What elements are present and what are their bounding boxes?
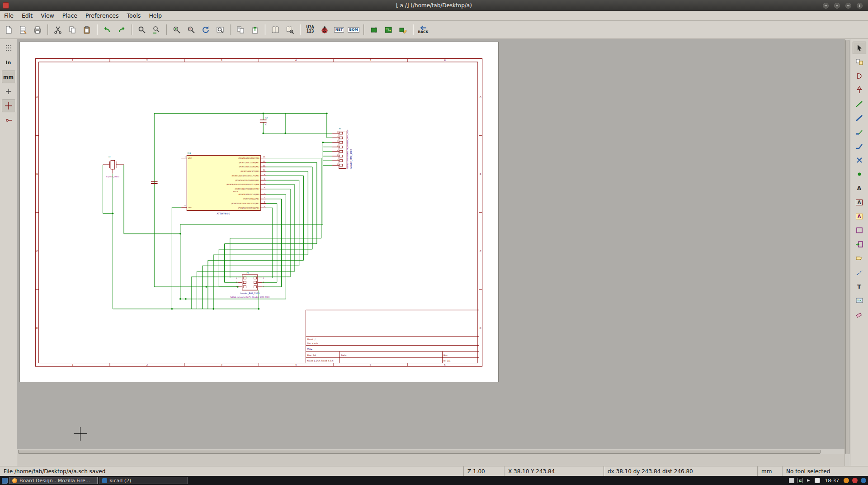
annotate-button[interactable]: U?A123 [303,23,317,37]
footprint-editor-button[interactable] [396,23,410,37]
toolbar-separator [230,24,231,35]
network-tray-icon[interactable] [797,478,803,483]
back-annotate-button[interactable]: BACK [416,23,430,37]
wire[interactable] [103,165,113,213]
place-bus-button[interactable] [853,112,866,124]
taskbar-window-firefox[interactable]: Board Design - Mozilla Fire... [9,477,98,484]
zoom-fit-button[interactable] [213,23,227,37]
cursor-tool-button[interactable] [853,42,866,54]
undo-button[interactable] [100,23,114,37]
print-button[interactable] [31,23,44,37]
wire[interactable] [262,208,273,278]
place-hierarchical-label-button[interactable]: A [853,210,866,223]
paste-button[interactable] [80,23,94,37]
place-component-button[interactable] [853,70,866,82]
menu-file[interactable]: File [0,11,18,20]
svg-text:5: 5 [264,201,265,203]
wire[interactable] [180,224,186,299]
place-wire-button[interactable] [853,98,866,110]
place-net-label-button[interactable]: A [853,182,866,195]
place-sheet-pin-button[interactable] [853,252,866,265]
zoom-out-button[interactable] [184,23,198,37]
leave-sheet-button[interactable] [248,23,262,37]
grid-toggle-button[interactable] [2,42,15,54]
wires[interactable] [103,113,332,310]
assign-footprints-button[interactable] [367,23,381,37]
zoom-in-button[interactable] [170,23,184,37]
units-inch-button[interactable]: In [2,56,15,69]
cursor-shape-button[interactable] [2,85,15,98]
volume-tray-icon[interactable] [806,478,811,483]
menu-view[interactable]: View [37,11,58,20]
menu-preferences[interactable]: Preferences [81,11,123,20]
menu-place[interactable]: Place [58,11,81,20]
bom-button[interactable]: BOM [347,23,360,37]
bus-to-bus-entry-button[interactable] [853,140,866,152]
place-power-port-button[interactable] [853,84,866,96]
minimize-button[interactable] [834,3,840,9]
capacitor-c1[interactable]: C?C [260,117,268,126]
close-button[interactable] [857,3,863,9]
find-replace-button[interactable] [150,23,163,37]
place-image-button[interactable] [853,294,866,307]
right-connector[interactable]: P?12345678fablab-components:Pin_Header_S… [332,128,353,169]
find-button[interactable] [135,23,149,37]
app-icon[interactable] [3,2,9,9]
import-sheet-pin-button[interactable] [853,238,866,251]
copy-button[interactable] [66,23,79,37]
shade-button[interactable] [823,3,829,9]
clock[interactable]: 18:37 [823,478,840,484]
kicad-icon [102,478,107,483]
svg-text:(PCINT9/XTAL2)PB1: (PCINT9/XTAL2)PB1 [243,198,259,200]
wire[interactable] [262,199,282,287]
updates-tray-icon[interactable] [844,478,849,483]
vertical-scrollbar-thumb[interactable] [845,40,849,454]
place-graphic-line-button[interactable] [853,266,866,279]
ic-attiny44[interactable]: IC2ATTINY44-SSO141VCC14GND13(PCINT0/ADC0… [181,152,266,215]
hierarchy-navigator-button[interactable] [234,23,247,37]
library-browser-button[interactable] [283,23,297,37]
library-editor-button[interactable] [269,23,282,37]
wire[interactable] [172,207,181,309]
bluetooth-tray-icon[interactable] [861,478,866,483]
horizontal-scrollbar[interactable] [17,449,844,454]
netlist-button[interactable]: NET [332,23,346,37]
schematic-sheet[interactable]: 112233445566AABBCCDDIC2ATTINY44-SSO141VC… [19,42,499,382]
place-junction-button[interactable] [853,168,866,181]
crystal[interactable]: Y?Crystal_GND2 [103,156,123,178]
taskbar-window-kicad[interactable]: kicad (2) [99,477,188,484]
units-mm-button[interactable]: mm [2,71,15,83]
run-pcbnew-button[interactable] [382,23,395,37]
zoom-redraw-button[interactable] [199,23,212,37]
schematic-canvas[interactable]: 112233445566AABBCCDDIC2ATTINY44-SSO141VC… [20,42,498,382]
page-settings-button[interactable] [16,23,30,37]
menu-edit[interactable]: Edit [18,11,37,20]
redo-button[interactable] [115,23,128,37]
maximize-button[interactable] [845,3,851,9]
hierarchy-tool-button[interactable] [853,56,866,68]
titlebar[interactable]: [ a /] (/home/fab/Desktop/a) [0,0,868,11]
no-connect-flag-button[interactable] [853,154,866,166]
new-schematic-button[interactable] [2,23,15,37]
wire[interactable] [327,114,332,138]
hidden-pins-button[interactable] [2,114,15,127]
taskbar-launcher-icon[interactable] [2,478,8,484]
place-global-label-button[interactable]: A [853,196,866,209]
cut-button[interactable] [51,23,65,37]
vertical-scrollbar[interactable] [844,39,850,466]
place-hierarchical-sheet-button[interactable] [853,224,866,237]
delete-tool-button[interactable] [853,308,866,321]
clipboard-tray-icon[interactable] [789,478,794,483]
bottom-connector[interactable]: P?123456header_SMT_2X03fablab-components… [231,272,270,299]
keyboard-layout-tray-icon[interactable] [815,478,820,483]
menu-tools[interactable]: Tools [123,11,145,20]
erc-button[interactable] [318,23,331,37]
full-crosshair-button[interactable] [2,100,15,112]
notifications-tray-icon[interactable] [852,478,858,483]
wire-to-bus-entry-button[interactable] [853,126,866,138]
menu-help[interactable]: Help [145,11,166,20]
drawing-canvas[interactable]: 112233445566AABBCCDDIC2ATTINY44-SSO141VC… [17,39,844,449]
horizontal-scrollbar-thumb[interactable] [18,450,821,454]
wire[interactable] [262,204,277,283]
place-text-button[interactable]: T [853,280,866,293]
